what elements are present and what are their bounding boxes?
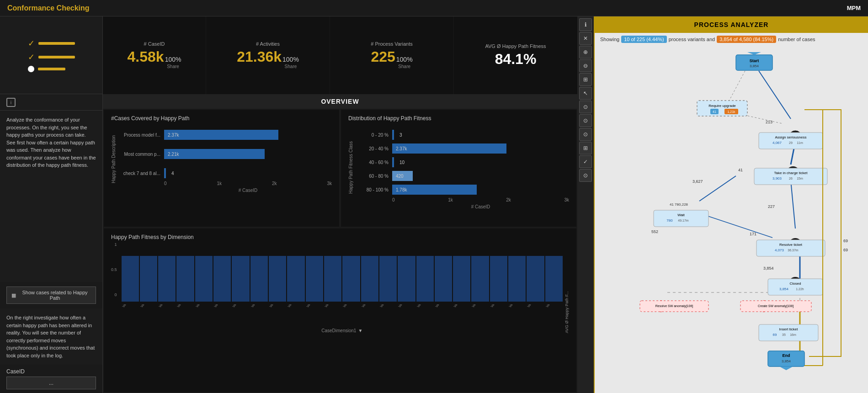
description-1: Analyze the conformance of your processe… [0, 111, 102, 282]
fitness-row-3: 60 - 80 % 420 [357, 171, 569, 181]
dim-bar-14 [379, 256, 397, 302]
subheader-variants-suffix: process variants and [669, 37, 715, 42]
cases-highlight: 3,854 of 4,580 (84.15%) [717, 36, 776, 43]
fitness-row-4: 80 - 100 % 1.78k [357, 185, 569, 195]
cases-chart-title: #Cases Covered by Happy Path [111, 115, 332, 122]
dim-bar-19 [471, 256, 489, 302]
assign-seriousness-label: Assign seriousness [775, 135, 807, 139]
bar-label-2: check 7 and 8 al... [119, 171, 160, 176]
svg-text:3,854: 3,854 [779, 287, 789, 291]
dim-x-axis: Variant 4Variant 6Variant 9Variant 12Var… [122, 303, 563, 327]
fitness-bar-1: 2.37k [392, 143, 506, 154]
fitness-label-2: 40 - 60 % [357, 160, 389, 165]
fitness-chart: Distribution of Happy Path Fitness Happy… [341, 110, 576, 227]
start-label: Start [750, 58, 759, 63]
bar-fill-2 [164, 168, 166, 178]
kpi-variants-share: 100%Share [396, 56, 413, 69]
dim-bar-12 [342, 256, 360, 302]
process-analyzer-title: PROCESS ANALYZER [595, 16, 868, 33]
table-icon: ▦ [11, 292, 16, 298]
edge-label-3627: 3,627 [692, 179, 703, 184]
tool-check[interactable]: ✓ [579, 155, 592, 168]
check-row-2: ✓ [28, 52, 75, 62]
svg-text:1.22h: 1.22h [796, 287, 804, 291]
center-main: # CaseID 4.58k 100%Share # Activities 21… [103, 16, 577, 393]
edge-label-213: 213 [766, 120, 772, 124]
svg-text:16m: 16m [790, 333, 796, 336]
process-graph[interactable]: 69 69 Start 3,854 Require upgrade 41 1,2… [595, 46, 868, 393]
dimension-bars [122, 247, 563, 302]
fitness-x-axis-title: # CaseID [357, 204, 569, 209]
svg-text:11m: 11m [797, 141, 803, 144]
charts-row-top: #Cases Covered by Happy Path Happy Path … [103, 109, 577, 228]
tool-info[interactable]: ℹ [579, 18, 592, 31]
edge-label-3854: 3,854 [763, 266, 774, 271]
fitness-bar-2 [392, 157, 394, 167]
svg-text:3,903: 3,903 [772, 176, 782, 181]
start-count: 3,854 [750, 64, 759, 68]
fitness-x-axis-labels: 0 1k 2k 3k [357, 197, 569, 202]
fitness-row-2: 40 - 60 % 10 [357, 157, 569, 167]
checklist-card: ✓ ✓ [0, 16, 102, 94]
process-subheader: Showing 10 of 225 (4.44%) process varian… [595, 33, 868, 46]
cases-y-axis: Happy Path Description [111, 125, 117, 193]
bar-fill-1: 2.21k [164, 149, 265, 159]
dim-bar-17 [435, 256, 452, 302]
tool-zoom-out[interactable]: ⊖ [579, 59, 592, 72]
cases-x-axis-title: # CaseID [119, 188, 332, 193]
cases-bar-chart: Process model f... 2.37k Most common p..… [119, 130, 332, 178]
tool-navigate[interactable]: ↖ [579, 87, 592, 100]
dim-bar-22 [527, 256, 544, 302]
fitness-row-1: 20 - 40 % 2.37k [357, 143, 569, 154]
checkmark-icon-1: ✓ [28, 38, 35, 48]
tool-circle-2[interactable]: ⊙ [579, 114, 592, 127]
caseid-input[interactable]: ... [6, 377, 96, 389]
tool-close[interactable]: ✕ [579, 32, 592, 45]
kpi-fitness-value: 84.1% [495, 51, 537, 68]
require-upgrade-label: Require upgrade [708, 104, 736, 108]
edge-label-780228: 41 780,228 [670, 202, 688, 207]
svg-text:29: 29 [789, 141, 793, 144]
show-cases-button[interactable]: ▦ Show cases related to Happy Path [6, 287, 96, 304]
dim-bar-6 [232, 256, 249, 302]
tool-settings[interactable]: ⊙ [579, 169, 592, 182]
kpi-fitness-label: AVG Ø Happy Path Fitness [485, 43, 546, 49]
dim-bar-3 [176, 256, 194, 302]
left-panel: ✓ ✓ i Analyze the conformance of your pr… [0, 16, 103, 393]
dim-avg-y-axis: AVG Ø Happy Path F... [564, 242, 569, 333]
svg-text:36.37m: 36.37m [788, 249, 799, 252]
tool-grid[interactable]: ⊞ [579, 142, 592, 154]
tool-fit[interactable]: ⊞ [579, 73, 592, 86]
bar-row-0: Process model f... 2.37k [119, 130, 332, 140]
create-sw-anomaly-label: Create SW anomaly[108] [758, 304, 793, 308]
fitness-chart-title: Distribution of Happy Path Fitness [348, 115, 569, 122]
subheader-cases-suffix: number of cases [778, 37, 815, 42]
svg-text:227: 227 [768, 204, 775, 209]
bar-row-2: check 7 and 8 al... 4 [119, 168, 332, 178]
fitness-bar-4: 1.78k [392, 185, 477, 195]
tool-zoom-in[interactable]: ⊕ [579, 46, 592, 58]
variants-highlight: 10 of 225 (4.44%) [621, 36, 666, 43]
dropdown-icon[interactable]: ▼ [358, 328, 362, 333]
fitness-y-axis: Happy Path Fitness Class [348, 125, 355, 209]
bar-row-1: Most common p... 2.21k [119, 149, 332, 159]
bar-label-1: Most common p... [119, 152, 160, 157]
toolbar: ℹ ✕ ⊕ ⊖ ⊞ ↖ ⊙ ⊙ ⊙ ⊞ ✓ ⊙ [577, 16, 594, 393]
tool-circle-1[interactable]: ⊙ [579, 101, 592, 113]
kpi-activities: # Activities 21.36k 100%Share [206, 16, 330, 94]
wait-label: Wait [677, 213, 685, 217]
process-analyzer-panel: PROCESS ANALYZER Showing 10 of 225 (4.44… [594, 16, 868, 393]
top-bar: Conformance Checking MPM [0, 0, 868, 16]
dim-bar-20 [490, 256, 507, 302]
fitness-bar-3: 420 [392, 171, 413, 181]
check-row-3 [28, 66, 75, 72]
svg-text:49.17m: 49.17m [678, 219, 689, 222]
end-label: End [783, 353, 790, 358]
overview-header: OVERVIEW [103, 94, 577, 109]
info-icon: i [6, 98, 16, 107]
tool-circle-3[interactable]: ⊙ [579, 128, 592, 141]
svg-rect-0 [599, 46, 864, 393]
dim-bar-5 [213, 256, 231, 302]
fitness-chart-inner: Happy Path Fitness Class 0 - 20 % 3 [348, 125, 569, 209]
dim-y-labels: 1 0.5 0 [111, 242, 118, 297]
